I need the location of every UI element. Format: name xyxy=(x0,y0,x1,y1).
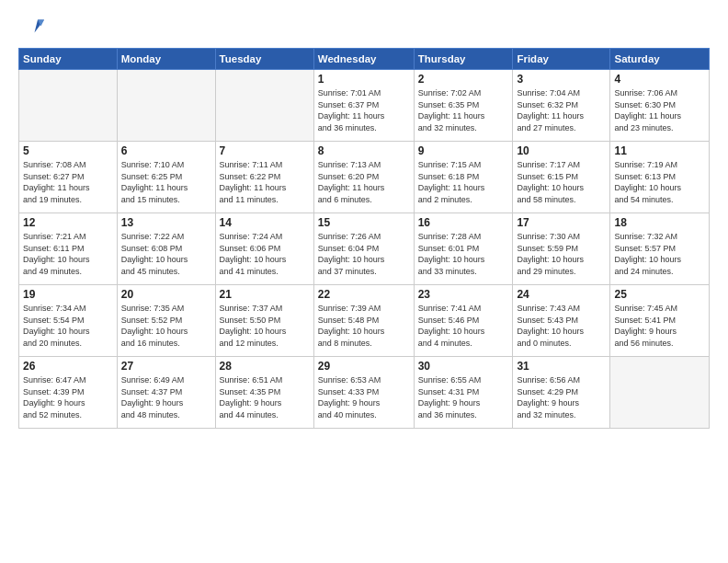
calendar-cell: 11Sunrise: 7:19 AM Sunset: 6:13 PM Dayli… xyxy=(610,142,710,213)
weekday-friday: Friday xyxy=(513,49,610,70)
cell-daylight-info: Sunrise: 6:51 AM Sunset: 4:35 PM Dayligh… xyxy=(220,374,310,420)
calendar-week-2: 5Sunrise: 7:08 AM Sunset: 6:27 PM Daylig… xyxy=(19,142,710,213)
calendar-cell: 22Sunrise: 7:39 AM Sunset: 5:48 PM Dayli… xyxy=(313,285,414,357)
day-number: 7 xyxy=(220,144,310,157)
weekday-header-row: SundayMondayTuesdayWednesdayThursdayFrid… xyxy=(19,49,710,70)
day-number: 8 xyxy=(318,144,410,157)
day-number: 9 xyxy=(418,144,509,157)
weekday-sunday: Sunday xyxy=(19,49,118,70)
cell-daylight-info: Sunrise: 6:49 AM Sunset: 4:37 PM Dayligh… xyxy=(121,374,211,420)
day-number: 24 xyxy=(517,288,606,301)
weekday-tuesday: Tuesday xyxy=(215,49,313,70)
cell-daylight-info: Sunrise: 7:39 AM Sunset: 5:48 PM Dayligh… xyxy=(318,303,410,349)
cell-daylight-info: Sunrise: 7:15 AM Sunset: 6:18 PM Dayligh… xyxy=(418,159,509,205)
calendar-cell: 21Sunrise: 7:37 AM Sunset: 5:50 PM Dayli… xyxy=(215,285,313,357)
cell-daylight-info: Sunrise: 7:22 AM Sunset: 6:08 PM Dayligh… xyxy=(121,231,211,277)
day-number: 14 xyxy=(220,216,310,229)
weekday-saturday: Saturday xyxy=(610,49,710,70)
cell-daylight-info: Sunrise: 7:26 AM Sunset: 6:04 PM Dayligh… xyxy=(318,231,410,277)
cell-daylight-info: Sunrise: 6:55 AM Sunset: 4:31 PM Dayligh… xyxy=(418,374,509,420)
day-number: 19 xyxy=(23,288,113,301)
day-number: 1 xyxy=(318,73,410,86)
day-number: 25 xyxy=(614,288,705,301)
day-number: 23 xyxy=(418,288,509,301)
calendar-cell: 31Sunrise: 6:56 AM Sunset: 4:29 PM Dayli… xyxy=(513,357,610,429)
cell-daylight-info: Sunrise: 7:32 AM Sunset: 5:57 PM Dayligh… xyxy=(614,231,705,277)
logo-icon xyxy=(18,15,44,40)
cell-daylight-info: Sunrise: 7:21 AM Sunset: 6:11 PM Dayligh… xyxy=(23,231,113,277)
day-number: 4 xyxy=(614,73,705,86)
cell-daylight-info: Sunrise: 7:04 AM Sunset: 6:32 PM Dayligh… xyxy=(517,87,606,133)
day-number: 3 xyxy=(517,73,606,86)
calendar-week-5: 26Sunrise: 6:47 AM Sunset: 4:39 PM Dayli… xyxy=(19,357,710,429)
cell-daylight-info: Sunrise: 7:34 AM Sunset: 5:54 PM Dayligh… xyxy=(23,303,113,349)
weekday-wednesday: Wednesday xyxy=(313,49,414,70)
day-number: 27 xyxy=(121,360,211,373)
calendar-week-4: 19Sunrise: 7:34 AM Sunset: 5:54 PM Dayli… xyxy=(19,285,710,357)
calendar-cell: 18Sunrise: 7:32 AM Sunset: 5:57 PM Dayli… xyxy=(610,213,710,285)
day-number: 26 xyxy=(23,360,113,373)
calendar-cell: 29Sunrise: 6:53 AM Sunset: 4:33 PM Dayli… xyxy=(313,357,414,429)
calendar-cell: 3Sunrise: 7:04 AM Sunset: 6:32 PM Daylig… xyxy=(513,70,610,142)
weekday-monday: Monday xyxy=(117,49,215,70)
calendar-cell: 8Sunrise: 7:13 AM Sunset: 6:20 PM Daylig… xyxy=(313,142,414,213)
calendar-cell: 9Sunrise: 7:15 AM Sunset: 6:18 PM Daylig… xyxy=(414,142,513,213)
day-number: 12 xyxy=(23,216,113,229)
calendar-cell: 1Sunrise: 7:01 AM Sunset: 6:37 PM Daylig… xyxy=(313,70,414,142)
calendar-week-3: 12Sunrise: 7:21 AM Sunset: 6:11 PM Dayli… xyxy=(19,213,710,285)
cell-daylight-info: Sunrise: 7:41 AM Sunset: 5:46 PM Dayligh… xyxy=(418,303,509,349)
cell-daylight-info: Sunrise: 7:43 AM Sunset: 5:43 PM Dayligh… xyxy=(517,303,606,349)
cell-daylight-info: Sunrise: 6:53 AM Sunset: 4:33 PM Dayligh… xyxy=(318,374,410,420)
cell-daylight-info: Sunrise: 7:11 AM Sunset: 6:22 PM Dayligh… xyxy=(220,159,310,205)
page: SundayMondayTuesdayWednesdayThursdayFrid… xyxy=(0,0,728,563)
calendar-cell: 2Sunrise: 7:02 AM Sunset: 6:35 PM Daylig… xyxy=(414,70,513,142)
day-number: 20 xyxy=(121,288,211,301)
cell-daylight-info: Sunrise: 7:45 AM Sunset: 5:41 PM Dayligh… xyxy=(614,303,705,349)
calendar-cell: 14Sunrise: 7:24 AM Sunset: 6:06 PM Dayli… xyxy=(215,213,313,285)
day-number: 21 xyxy=(220,288,310,301)
day-number: 22 xyxy=(318,288,410,301)
cell-daylight-info: Sunrise: 7:24 AM Sunset: 6:06 PM Dayligh… xyxy=(220,231,310,277)
calendar-cell xyxy=(19,70,118,142)
calendar-cell: 24Sunrise: 7:43 AM Sunset: 5:43 PM Dayli… xyxy=(513,285,610,357)
cell-daylight-info: Sunrise: 7:28 AM Sunset: 6:01 PM Dayligh… xyxy=(418,231,509,277)
cell-daylight-info: Sunrise: 7:10 AM Sunset: 6:25 PM Dayligh… xyxy=(121,159,211,205)
calendar-table: SundayMondayTuesdayWednesdayThursdayFrid… xyxy=(18,48,710,429)
cell-daylight-info: Sunrise: 7:06 AM Sunset: 6:30 PM Dayligh… xyxy=(614,87,705,133)
calendar-cell: 23Sunrise: 7:41 AM Sunset: 5:46 PM Dayli… xyxy=(414,285,513,357)
calendar-cell: 4Sunrise: 7:06 AM Sunset: 6:30 PM Daylig… xyxy=(610,70,710,142)
day-number: 31 xyxy=(517,360,606,373)
day-number: 30 xyxy=(418,360,509,373)
cell-daylight-info: Sunrise: 7:19 AM Sunset: 6:13 PM Dayligh… xyxy=(614,159,705,205)
day-number: 28 xyxy=(220,360,310,373)
calendar-cell: 28Sunrise: 6:51 AM Sunset: 4:35 PM Dayli… xyxy=(215,357,313,429)
day-number: 11 xyxy=(614,144,705,157)
cell-daylight-info: Sunrise: 7:35 AM Sunset: 5:52 PM Dayligh… xyxy=(121,303,211,349)
cell-daylight-info: Sunrise: 7:17 AM Sunset: 6:15 PM Dayligh… xyxy=(517,159,606,205)
calendar-cell: 12Sunrise: 7:21 AM Sunset: 6:11 PM Dayli… xyxy=(19,213,118,285)
cell-daylight-info: Sunrise: 7:37 AM Sunset: 5:50 PM Dayligh… xyxy=(220,303,310,349)
cell-daylight-info: Sunrise: 7:13 AM Sunset: 6:20 PM Dayligh… xyxy=(318,159,410,205)
calendar-cell: 17Sunrise: 7:30 AM Sunset: 5:59 PM Dayli… xyxy=(513,213,610,285)
day-number: 16 xyxy=(418,216,509,229)
calendar-cell: 30Sunrise: 6:55 AM Sunset: 4:31 PM Dayli… xyxy=(414,357,513,429)
calendar-cell: 5Sunrise: 7:08 AM Sunset: 6:27 PM Daylig… xyxy=(19,142,118,213)
cell-daylight-info: Sunrise: 7:08 AM Sunset: 6:27 PM Dayligh… xyxy=(23,159,113,205)
calendar-cell: 7Sunrise: 7:11 AM Sunset: 6:22 PM Daylig… xyxy=(215,142,313,213)
day-number: 29 xyxy=(318,360,410,373)
logo xyxy=(18,15,48,40)
calendar-cell: 10Sunrise: 7:17 AM Sunset: 6:15 PM Dayli… xyxy=(513,142,610,213)
cell-daylight-info: Sunrise: 7:02 AM Sunset: 6:35 PM Dayligh… xyxy=(418,87,509,133)
day-number: 17 xyxy=(517,216,606,229)
calendar-week-1: 1Sunrise: 7:01 AM Sunset: 6:37 PM Daylig… xyxy=(19,70,710,142)
calendar-cell: 15Sunrise: 7:26 AM Sunset: 6:04 PM Dayli… xyxy=(313,213,414,285)
calendar-cell: 16Sunrise: 7:28 AM Sunset: 6:01 PM Dayli… xyxy=(414,213,513,285)
calendar-cell xyxy=(215,70,313,142)
header xyxy=(18,15,710,40)
calendar-cell: 27Sunrise: 6:49 AM Sunset: 4:37 PM Dayli… xyxy=(117,357,215,429)
weekday-thursday: Thursday xyxy=(414,49,513,70)
calendar-cell: 19Sunrise: 7:34 AM Sunset: 5:54 PM Dayli… xyxy=(19,285,118,357)
day-number: 13 xyxy=(121,216,211,229)
calendar-cell: 26Sunrise: 6:47 AM Sunset: 4:39 PM Dayli… xyxy=(19,357,118,429)
calendar-cell xyxy=(610,357,710,429)
